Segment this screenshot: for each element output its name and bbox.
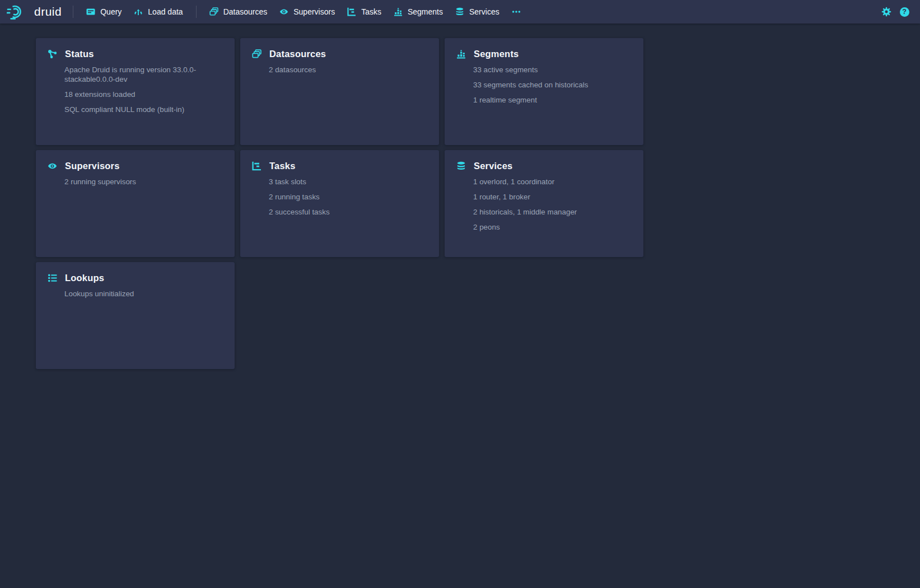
card-title: Services — [474, 161, 513, 171]
druid-logo-icon — [7, 3, 30, 20]
gear-icon — [881, 7, 891, 17]
nav-item-label: Supervisors — [293, 7, 335, 16]
card-title: Lookups — [65, 273, 104, 283]
nav-more-button[interactable] — [506, 0, 527, 24]
eye-icon — [279, 7, 288, 16]
database-icon — [455, 7, 464, 16]
card-header: Services — [456, 161, 633, 171]
nav-item-label: Services — [469, 7, 499, 16]
help-button[interactable]: ? — [897, 4, 912, 19]
status-line: 3 task slots — [269, 177, 429, 186]
supervisors-card[interactable]: Supervisors 2 running supervisors — [36, 150, 235, 257]
status-line: 1 overlord, 1 coordinator — [473, 177, 633, 186]
druid-logo[interactable]: druid — [6, 3, 66, 20]
card-body: Lookups uninitialized — [64, 289, 225, 298]
card-body: 3 task slots 2 running tasks 2 successfu… — [269, 177, 429, 217]
status-line: 2 datasources — [269, 65, 429, 74]
card-title: Supervisors — [65, 161, 120, 171]
bar-chart-icon — [456, 49, 466, 59]
gantt-chart-icon — [347, 7, 356, 16]
database-icon — [456, 161, 466, 171]
more-icon — [512, 7, 521, 16]
status-line: 2 peons — [473, 222, 633, 232]
nav-item-label: Load data — [148, 7, 183, 16]
card-body: 2 running supervisors — [64, 177, 225, 186]
status-line: 2 running tasks — [269, 192, 429, 202]
status-line: 2 historicals, 1 middle manager — [473, 207, 633, 217]
card-body: 1 overlord, 1 coordinator 1 router, 1 br… — [473, 177, 633, 232]
nav-item-datasources[interactable]: Datasources — [203, 0, 274, 24]
card-header: Datasources — [252, 49, 429, 59]
card-body: 33 active segments 33 segments cached on… — [473, 65, 633, 105]
status-line: Apache Druid is running version 33.0.0-s… — [64, 65, 225, 84]
datasources-card[interactable]: Datasources 2 datasources — [240, 38, 439, 145]
nav-item-label: Datasources — [223, 7, 268, 16]
status-line: SQL compliant NULL mode (built-in) — [64, 105, 225, 114]
lookups-card[interactable]: Lookups Lookups uninitialized — [36, 262, 235, 369]
card-header: Tasks — [252, 161, 429, 171]
services-card[interactable]: Services 1 overlord, 1 coordinator 1 rou… — [445, 150, 643, 257]
graph-icon — [48, 49, 57, 59]
nav-item-query[interactable]: Query — [80, 0, 128, 24]
nav-item-label: Query — [100, 7, 122, 16]
properties-icon — [48, 273, 57, 283]
card-title: Tasks — [269, 161, 296, 171]
status-line: 2 running supervisors — [64, 177, 225, 186]
help-icon: ? — [900, 7, 909, 17]
nav-item-label: Tasks — [361, 7, 381, 16]
upload-icon — [134, 7, 143, 16]
status-line: 1 realtime segment — [473, 95, 633, 105]
multi-select-icon — [252, 49, 261, 59]
status-line: 2 successful tasks — [269, 207, 429, 217]
home-view: Status Apache Druid is running version 3… — [0, 24, 857, 369]
status-line: 1 router, 1 broker — [473, 192, 633, 202]
nav-item-load-data[interactable]: Load data — [128, 0, 189, 24]
status-line: Lookups uninitialized — [64, 289, 225, 298]
status-line: 33 segments cached on historicals — [473, 80, 633, 90]
console-icon — [86, 7, 95, 16]
card-header: Lookups — [48, 273, 225, 283]
nav-divider — [73, 6, 73, 18]
gantt-chart-icon — [252, 161, 261, 171]
card-header: Segments — [456, 49, 633, 59]
status-line: 18 extensions loaded — [64, 90, 225, 99]
multi-select-icon — [209, 7, 218, 16]
card-header: Supervisors — [48, 161, 225, 171]
nav-item-label: Segments — [408, 7, 443, 16]
status-card[interactable]: Status Apache Druid is running version 3… — [36, 38, 235, 145]
nav-item-segments[interactable]: Segments — [387, 0, 449, 24]
nav-item-services[interactable]: Services — [449, 0, 506, 24]
nav-divider — [196, 6, 197, 18]
card-title: Datasources — [269, 49, 326, 59]
card-body: 2 datasources — [269, 65, 429, 74]
bar-chart-icon — [394, 7, 403, 16]
card-title: Segments — [474, 49, 519, 59]
top-nav-bar: druid Query Load data — [0, 0, 920, 24]
nav-item-tasks[interactable]: Tasks — [341, 0, 387, 24]
eye-icon — [48, 161, 57, 171]
segments-card[interactable]: Segments 33 active segments 33 segments … — [445, 38, 643, 145]
tasks-card[interactable]: Tasks 3 task slots 2 running tasks 2 suc… — [240, 150, 439, 257]
status-line: 33 active segments — [473, 65, 633, 74]
settings-button[interactable] — [879, 4, 894, 19]
logo-text: druid — [34, 6, 62, 17]
card-body: Apache Druid is running version 33.0.0-s… — [64, 65, 225, 114]
card-header: Status — [48, 49, 225, 59]
nav-item-supervisors[interactable]: Supervisors — [273, 0, 341, 24]
main-nav: Query Load data Datasources — [80, 0, 526, 24]
card-title: Status — [65, 49, 94, 59]
